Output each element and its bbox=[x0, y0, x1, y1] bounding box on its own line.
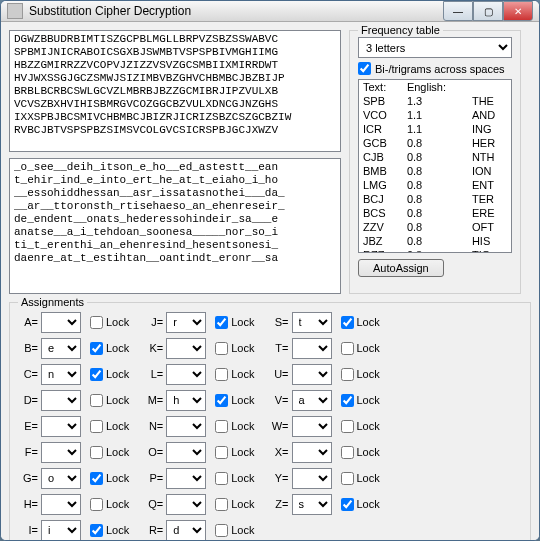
lock-checkbox-v[interactable] bbox=[341, 394, 354, 407]
lock-checkbox-i[interactable] bbox=[90, 524, 103, 537]
lock-checkbox-z[interactable] bbox=[341, 498, 354, 511]
bi-trigram-checkbox[interactable] bbox=[358, 62, 371, 75]
freq-row[interactable]: GCB0.8HER bbox=[359, 136, 511, 150]
lock-checkbox-m[interactable] bbox=[215, 394, 228, 407]
freq-row[interactable]: CJB0.8NTH bbox=[359, 150, 511, 164]
freq-row[interactable]: VCO1.1AND bbox=[359, 108, 511, 122]
assignment-row-f: F=Lock bbox=[20, 441, 129, 463]
assignment-dropdown-i[interactable]: i bbox=[41, 520, 81, 541]
assignment-dropdown-m[interactable]: h bbox=[166, 390, 206, 411]
lock-checkbox-d[interactable] bbox=[90, 394, 103, 407]
lock-label: Lock bbox=[357, 368, 380, 380]
assignment-dropdown-r[interactable]: d bbox=[166, 520, 206, 541]
assignment-dropdown-p[interactable] bbox=[166, 468, 206, 489]
assignment-dropdown-w[interactable] bbox=[292, 416, 332, 437]
titlebar[interactable]: Substitution Cipher Decryption — ▢ ✕ bbox=[1, 1, 539, 22]
lock-checkbox-q[interactable] bbox=[215, 498, 228, 511]
frequency-groupbox: Frequency table 3 letters Bi-/trigrams a… bbox=[349, 30, 521, 294]
lock-label: Lock bbox=[357, 394, 380, 406]
assignment-dropdown-b[interactable]: e bbox=[41, 338, 81, 359]
assignment-dropdown-d[interactable] bbox=[41, 390, 81, 411]
lock-checkbox-u[interactable] bbox=[341, 368, 354, 381]
freq-row[interactable]: ICR1.1ING bbox=[359, 122, 511, 136]
assignment-row-z: Z=sLock bbox=[271, 493, 380, 515]
assignment-label: E= bbox=[20, 420, 38, 432]
assignment-row-m: M=hLock bbox=[145, 389, 254, 411]
lock-checkbox-c[interactable] bbox=[90, 368, 103, 381]
assignment-dropdown-z[interactable]: s bbox=[292, 494, 332, 515]
frequency-table[interactable]: Text: English: SPB1.3THEVCO1.1ANDICR1.1I… bbox=[358, 79, 512, 253]
assignment-row-l: L=Lock bbox=[145, 363, 254, 385]
lock-checkbox-w[interactable] bbox=[341, 420, 354, 433]
assignment-dropdown-g[interactable]: o bbox=[41, 468, 81, 489]
lock-checkbox-x[interactable] bbox=[341, 446, 354, 459]
assignment-label: D= bbox=[20, 394, 38, 406]
lock-checkbox-a[interactable] bbox=[90, 316, 103, 329]
lock-checkbox-s[interactable] bbox=[341, 316, 354, 329]
bi-trigram-checkbox-row[interactable]: Bi-/trigrams across spaces bbox=[358, 62, 512, 75]
assignment-dropdown-q[interactable] bbox=[166, 494, 206, 515]
assignment-dropdown-c[interactable]: n bbox=[41, 364, 81, 385]
lock-checkbox-b[interactable] bbox=[90, 342, 103, 355]
lock-checkbox-o[interactable] bbox=[215, 446, 228, 459]
freq-row[interactable]: BMB0.8ION bbox=[359, 164, 511, 178]
lock-label: Lock bbox=[106, 368, 129, 380]
freq-row[interactable]: JBZ0.8HIS bbox=[359, 234, 511, 248]
lock-checkbox-t[interactable] bbox=[341, 342, 354, 355]
assignment-dropdown-k[interactable] bbox=[166, 338, 206, 359]
assignment-dropdown-h[interactable] bbox=[41, 494, 81, 515]
assignment-dropdown-v[interactable]: a bbox=[292, 390, 332, 411]
assignment-row-h: H=Lock bbox=[20, 493, 129, 515]
frequency-legend: Frequency table bbox=[358, 24, 443, 36]
lock-checkbox-p[interactable] bbox=[215, 472, 228, 485]
close-button[interactable]: ✕ bbox=[503, 1, 533, 21]
assignment-row-k: K=Lock bbox=[145, 337, 254, 359]
plaintext-area[interactable] bbox=[9, 158, 341, 294]
lock-checkbox-r[interactable] bbox=[215, 524, 228, 537]
assignment-dropdown-j[interactable]: r bbox=[166, 312, 206, 333]
lock-label: Lock bbox=[106, 524, 129, 536]
ciphertext-area[interactable] bbox=[9, 30, 341, 152]
assignment-dropdown-y[interactable] bbox=[292, 468, 332, 489]
lock-label: Lock bbox=[106, 472, 129, 484]
minimize-button[interactable]: — bbox=[443, 1, 473, 21]
assignment-label: A= bbox=[20, 316, 38, 328]
assignment-dropdown-l[interactable] bbox=[166, 364, 206, 385]
lock-checkbox-g[interactable] bbox=[90, 472, 103, 485]
assignment-dropdown-n[interactable] bbox=[166, 416, 206, 437]
maximize-button[interactable]: ▢ bbox=[473, 1, 503, 21]
assignment-dropdown-a[interactable] bbox=[41, 312, 81, 333]
assignment-dropdown-t[interactable] bbox=[292, 338, 332, 359]
lock-checkbox-y[interactable] bbox=[341, 472, 354, 485]
assignment-label: T= bbox=[271, 342, 289, 354]
assignment-row-r: R=dLock bbox=[145, 519, 254, 541]
lock-checkbox-l[interactable] bbox=[215, 368, 228, 381]
lock-checkbox-j[interactable] bbox=[215, 316, 228, 329]
lock-label: Lock bbox=[231, 524, 254, 536]
lock-checkbox-n[interactable] bbox=[215, 420, 228, 433]
assignment-dropdown-e[interactable] bbox=[41, 416, 81, 437]
freq-row[interactable]: ZZV0.8OFT bbox=[359, 220, 511, 234]
gram-length-dropdown[interactable]: 3 letters bbox=[358, 37, 512, 58]
assignment-dropdown-f[interactable] bbox=[41, 442, 81, 463]
freq-row[interactable]: BCS0.8ERE bbox=[359, 206, 511, 220]
assignment-dropdown-o[interactable] bbox=[166, 442, 206, 463]
assignment-dropdown-s[interactable]: t bbox=[292, 312, 332, 333]
freq-row[interactable]: RZZ0.8TIO bbox=[359, 248, 511, 253]
assignment-dropdown-x[interactable] bbox=[292, 442, 332, 463]
lock-checkbox-h[interactable] bbox=[90, 498, 103, 511]
lock-label: Lock bbox=[106, 342, 129, 354]
lock-label: Lock bbox=[357, 316, 380, 328]
lock-label: Lock bbox=[357, 498, 380, 510]
freq-row[interactable]: LMG0.8ENT bbox=[359, 178, 511, 192]
freq-row[interactable]: SPB1.3THE bbox=[359, 94, 511, 108]
assignment-dropdown-u[interactable] bbox=[292, 364, 332, 385]
assignment-row-j: J=rLock bbox=[145, 311, 254, 333]
assignment-label: U= bbox=[271, 368, 289, 380]
autoassign-button[interactable]: AutoAssign bbox=[358, 259, 444, 277]
lock-checkbox-f[interactable] bbox=[90, 446, 103, 459]
freq-row[interactable]: BCJ0.8TER bbox=[359, 192, 511, 206]
assignment-label: I= bbox=[20, 524, 38, 536]
lock-checkbox-e[interactable] bbox=[90, 420, 103, 433]
lock-checkbox-k[interactable] bbox=[215, 342, 228, 355]
